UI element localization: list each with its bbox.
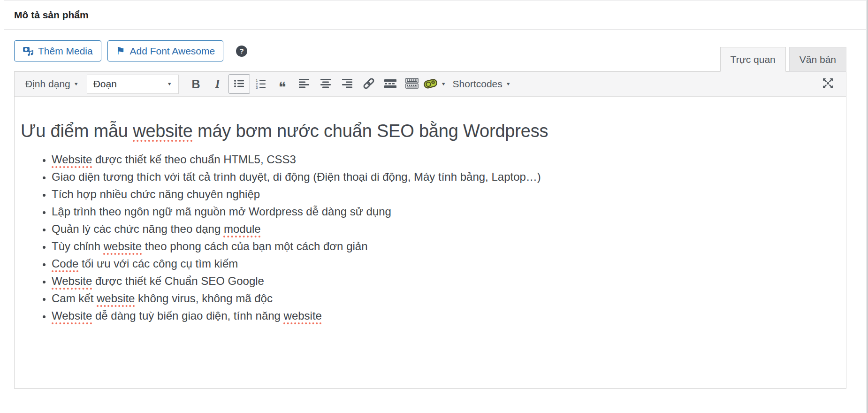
- editor-tools-row: Thêm Media ⚑ Add Font Awesome ? Trực qua…: [14, 36, 846, 71]
- text-run: được thiết kế theo chuẩn HTML5, CSS3: [92, 153, 296, 166]
- panel-title: Mô tả sản phẩm: [14, 9, 89, 21]
- media-buttons-group: Thêm Media ⚑ Add Font Awesome ?: [14, 40, 247, 61]
- add-media-label: Thêm Media: [38, 46, 93, 57]
- media-icon: [23, 46, 33, 56]
- misspelled-word: Website: [52, 153, 92, 166]
- shortcodes-menu-button[interactable]: Shortcodes ▼: [447, 74, 517, 94]
- link-icon: [363, 77, 375, 91]
- text-run: Giao diện tương thích với tất cả trình d…: [52, 170, 541, 183]
- editor-container: Định dạng ▼ Đoạn ▼ B I: [14, 71, 846, 389]
- misspelled-word: Website: [52, 309, 92, 322]
- text-run: Cam kết: [52, 292, 97, 305]
- align-left-button[interactable]: [293, 74, 315, 94]
- add-font-awesome-button[interactable]: ⚑ Add Font Awesome: [107, 40, 223, 61]
- panel-header: Mô tả sản phẩm: [4, 0, 866, 30]
- help-icon[interactable]: ?: [236, 46, 247, 57]
- fullscreen-button[interactable]: [817, 74, 838, 94]
- text-run: Ưu điểm mẫu: [21, 121, 133, 141]
- list-item: Website được thiết kế Chuẩn SEO Google: [52, 272, 840, 290]
- align-center-icon: [320, 78, 331, 90]
- flag-icon: ⚑: [116, 46, 125, 56]
- misspelled-word: website: [97, 292, 135, 305]
- list-item: Tích hợp nhiều chức năng chuyên nghiệp: [52, 185, 840, 203]
- numbered-list-button[interactable]: 1 2 3: [250, 74, 272, 94]
- misspelled-word: website: [104, 240, 142, 252]
- text-run: tối ưu với các công cụ tìm kiếm: [78, 257, 238, 270]
- list-item: Quản lý các chức năng theo dạng module: [52, 220, 840, 237]
- shortcode-generator-icon: [423, 77, 438, 91]
- numbered-list-icon: 1 2 3: [255, 78, 267, 91]
- add-font-awesome-label: Add Font Awesome: [129, 46, 215, 57]
- align-center-button[interactable]: [315, 74, 336, 94]
- text-run: Tích hợp nhiều chức năng chuyên nghiệp: [52, 188, 260, 200]
- read-more-icon: [384, 79, 396, 90]
- text-run: được thiết kế Chuẩn SEO Google: [92, 275, 264, 287]
- list-item: Tùy chỉnh website theo phong cách của bạ…: [52, 237, 840, 255]
- bold-icon: B: [192, 77, 200, 91]
- panel-body: Thêm Media ⚑ Add Font Awesome ? Trực qua…: [4, 30, 866, 389]
- list-item: Cam kết website không virus, không mã độ…: [52, 290, 840, 307]
- paragraph-format-value: Đoạn: [93, 78, 117, 90]
- chevron-down-icon: ▼: [167, 82, 172, 86]
- tab-visual[interactable]: Trực quan: [720, 47, 786, 72]
- keyboard-icon: [405, 78, 419, 90]
- align-left-icon: [298, 78, 310, 90]
- product-description-panel: Mô tả sản phẩm: [4, 0, 867, 413]
- svg-text:3: 3: [256, 85, 258, 89]
- bullet-list-icon: [233, 78, 245, 90]
- text-run: dễ dàng tuỳ biến giao diện, tính năng: [92, 309, 283, 322]
- content-heading: Ưu điểm mẫu website máy bơm nước chuẩn S…: [21, 121, 840, 141]
- insert-link-button[interactable]: [358, 74, 380, 94]
- bullet-list-button[interactable]: [228, 74, 250, 94]
- align-right-button[interactable]: [336, 74, 358, 94]
- format-menu-label: Định dạng: [25, 78, 70, 90]
- content-bullet-list: Website được thiết kế theo chuẩn HTML5, …: [21, 151, 840, 324]
- list-item: Code tối ưu với các công cụ tìm kiếm: [52, 255, 840, 272]
- shortcodes-menu-label: Shortcodes: [453, 78, 503, 90]
- format-menu-button[interactable]: Định dạng ▼: [19, 74, 85, 94]
- chevron-down-icon: ▼: [74, 82, 79, 86]
- editor-toolbar: Định dạng ▼ Đoạn ▼ B I: [15, 72, 846, 97]
- misspelled-word: website: [133, 121, 192, 141]
- read-more-button[interactable]: [380, 74, 401, 94]
- tab-text[interactable]: Văn bản: [789, 47, 846, 72]
- blockquote-icon: ❝: [279, 78, 286, 91]
- list-item: Giao diện tương thích với tất cả trình d…: [52, 168, 840, 185]
- misspelled-word: module: [224, 222, 261, 235]
- list-item: Website dễ dàng tuỳ biến giao diện, tính…: [52, 307, 840, 324]
- text-run: theo phong cách của bạn một cách đơn giả…: [142, 240, 367, 252]
- add-media-button[interactable]: Thêm Media: [14, 40, 101, 61]
- text-run: Tùy chỉnh: [52, 240, 104, 252]
- bold-button[interactable]: B: [185, 74, 207, 94]
- chevron-down-icon: ▼: [441, 82, 446, 86]
- shortcode-generator-button[interactable]: ▼: [423, 74, 447, 94]
- editor-content-area[interactable]: Ưu điểm mẫu website máy bơm nước chuẩn S…: [15, 97, 846, 343]
- text-run: không virus, không mã độc: [135, 292, 273, 305]
- paragraph-format-select[interactable]: Đoạn ▼: [87, 75, 179, 94]
- list-item: Website được thiết kế theo chuẩn HTML5, …: [52, 151, 840, 168]
- wp-admin-page: Mô tả sản phẩm: [0, 0, 868, 413]
- keyboard-button[interactable]: [401, 74, 423, 94]
- misspelled-word: website: [284, 309, 322, 322]
- text-run: Lập trình theo ngôn ngữ mã nguồn mở Word…: [52, 205, 391, 218]
- align-right-icon: [342, 78, 353, 90]
- italic-icon: I: [215, 77, 220, 91]
- misspelled-word: Website: [52, 275, 92, 287]
- blockquote-button[interactable]: ❝: [272, 74, 293, 94]
- fullscreen-icon: [822, 77, 834, 91]
- list-item: Lập trình theo ngôn ngữ mã nguồn mở Word…: [52, 203, 840, 220]
- italic-button[interactable]: I: [207, 74, 228, 94]
- text-run: máy bơm nước chuẩn SEO bằng Wordpress: [193, 121, 548, 141]
- misspelled-word: Code: [52, 257, 78, 270]
- editor-mode-tabs: Trực quan Văn bản: [720, 47, 846, 72]
- chevron-down-icon: ▼: [506, 82, 511, 86]
- text-run: Quản lý các chức năng theo dạng: [52, 222, 224, 235]
